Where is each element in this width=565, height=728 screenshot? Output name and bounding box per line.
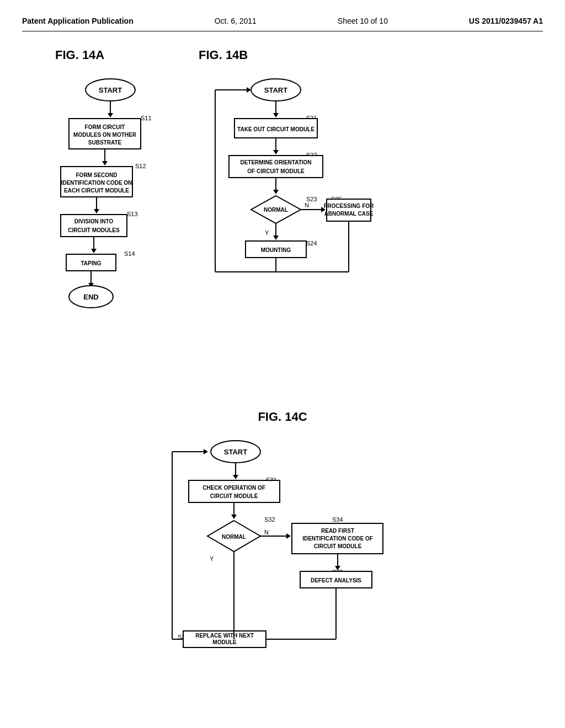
svg-text:DETERMINE ORIENTATION: DETERMINE ORIENTATION bbox=[240, 159, 311, 165]
svg-text:SUBSTRATE: SUBSTRATE bbox=[88, 140, 122, 146]
svg-text:READ FIRST: READ FIRST bbox=[321, 528, 354, 534]
figure-14a: FIG. 14A START S11 FORM CIRCUIT MODULES … bbox=[55, 48, 166, 393]
svg-rect-19 bbox=[61, 215, 127, 237]
figure-14c: FIG. 14C START S31 CHECK OPERATION OF CI… bbox=[22, 410, 543, 728]
svg-text:MODULE: MODULE bbox=[212, 639, 237, 645]
header-sheet: Sheet 10 of 10 bbox=[338, 17, 388, 25]
svg-marker-17 bbox=[94, 209, 99, 213]
svg-marker-80 bbox=[231, 515, 237, 519]
svg-text:ABNORMAL CASE: ABNORMAL CASE bbox=[324, 211, 374, 217]
svg-text:S11: S11 bbox=[141, 115, 152, 121]
svg-rect-43 bbox=[229, 156, 323, 178]
svg-text:DIVISION INTO: DIVISION INTO bbox=[74, 218, 114, 224]
svg-text:START: START bbox=[99, 86, 122, 94]
fig14c-flowchart: START S31 CHECK OPERATION OF CIRCUIT MOD… bbox=[150, 435, 415, 728]
svg-text:EACH CIRCUIT MODULE: EACH CIRCUIT MODULE bbox=[64, 188, 129, 194]
svg-text:S24: S24 bbox=[306, 240, 317, 247]
svg-marker-3 bbox=[108, 113, 113, 117]
svg-text:CIRCUIT MODULES: CIRCUIT MODULES bbox=[68, 227, 120, 233]
header-publication: Patent Application Publication bbox=[22, 17, 134, 25]
svg-text:START: START bbox=[224, 448, 247, 456]
svg-marker-70 bbox=[204, 449, 208, 454]
svg-marker-23 bbox=[91, 249, 97, 253]
svg-text:CIRCUIT MODULE: CIRCUIT MODULE bbox=[314, 543, 362, 549]
svg-marker-36 bbox=[273, 113, 279, 117]
page-header: Patent Application Publication Oct. 6, 2… bbox=[22, 11, 543, 31]
page: Patent Application Publication Oct. 6, 2… bbox=[0, 0, 565, 728]
svg-marker-32 bbox=[247, 87, 251, 93]
fig14c-title: FIG. 14C bbox=[258, 410, 307, 424]
svg-text:FORM SECOND: FORM SECOND bbox=[76, 172, 118, 178]
svg-text:OF CIRCUIT MODULE: OF CIRCUIT MODULE bbox=[247, 168, 305, 174]
svg-text:S13: S13 bbox=[127, 211, 138, 217]
svg-text:START: START bbox=[264, 86, 287, 94]
svg-text:MOUNTING: MOUNTING bbox=[261, 247, 291, 253]
fig14b-flowchart: START S21 TAKE OUT CIRCUIT MODULE S22 DE… bbox=[199, 73, 375, 393]
svg-marker-47 bbox=[273, 190, 279, 194]
svg-marker-53 bbox=[273, 235, 279, 240]
svg-text:END: END bbox=[83, 293, 98, 301]
fig14b-title: FIG. 14B bbox=[199, 48, 248, 62]
svg-marker-74 bbox=[233, 475, 238, 479]
svg-marker-41 bbox=[273, 150, 279, 154]
svg-text:TAPING: TAPING bbox=[81, 260, 101, 266]
header-date: Oct. 6, 2011 bbox=[215, 17, 257, 25]
svg-text:S14: S14 bbox=[124, 250, 135, 257]
svg-text:TAKE OUT CIRCUIT MODULE: TAKE OUT CIRCUIT MODULE bbox=[237, 126, 315, 132]
svg-rect-58 bbox=[327, 199, 371, 221]
svg-text:S34: S34 bbox=[332, 516, 343, 523]
svg-text:DEFECT ANALYSIS: DEFECT ANALYSIS bbox=[311, 577, 361, 584]
svg-rect-76 bbox=[189, 480, 280, 502]
svg-text:CIRCUIT MODULE: CIRCUIT MODULE bbox=[210, 493, 258, 499]
svg-text:NORMAL: NORMAL bbox=[222, 534, 246, 540]
header-patent: US 2011/0239457 A1 bbox=[469, 17, 543, 25]
svg-text:S32: S32 bbox=[264, 516, 275, 523]
svg-text:NORMAL: NORMAL bbox=[264, 207, 288, 213]
svg-text:IDENTIFICATION CODE OF: IDENTIFICATION CODE OF bbox=[302, 536, 373, 542]
svg-text:S12: S12 bbox=[135, 163, 146, 169]
svg-text:PROCESSING FOR: PROCESSING FOR bbox=[324, 203, 374, 209]
figure-14b: FIG. 14B START S21 TAKE OUT CIRCUIT MODU… bbox=[199, 48, 375, 393]
svg-text:CHECK OPERATION OF: CHECK OPERATION OF bbox=[202, 485, 265, 491]
svg-text:FORM CIRCUIT: FORM CIRCUIT bbox=[85, 124, 125, 130]
svg-text:MODULES ON MOTHER: MODULES ON MOTHER bbox=[73, 132, 137, 138]
svg-text:Y: Y bbox=[210, 555, 214, 562]
svg-text:Y: Y bbox=[265, 229, 269, 236]
svg-text:N: N bbox=[264, 529, 269, 536]
svg-text:REPLACE WITH NEXT: REPLACE WITH NEXT bbox=[195, 633, 254, 639]
svg-marker-10 bbox=[102, 161, 108, 165]
fig14a-flowchart: START S11 FORM CIRCUIT MODULES ON MOTHER… bbox=[55, 73, 166, 393]
fig14a-title: FIG. 14A bbox=[55, 48, 104, 62]
svg-text:N: N bbox=[305, 202, 309, 208]
svg-marker-88 bbox=[286, 533, 291, 539]
svg-text:IDENTIFICATION CODE ON: IDENTIFICATION CODE ON bbox=[61, 180, 132, 186]
